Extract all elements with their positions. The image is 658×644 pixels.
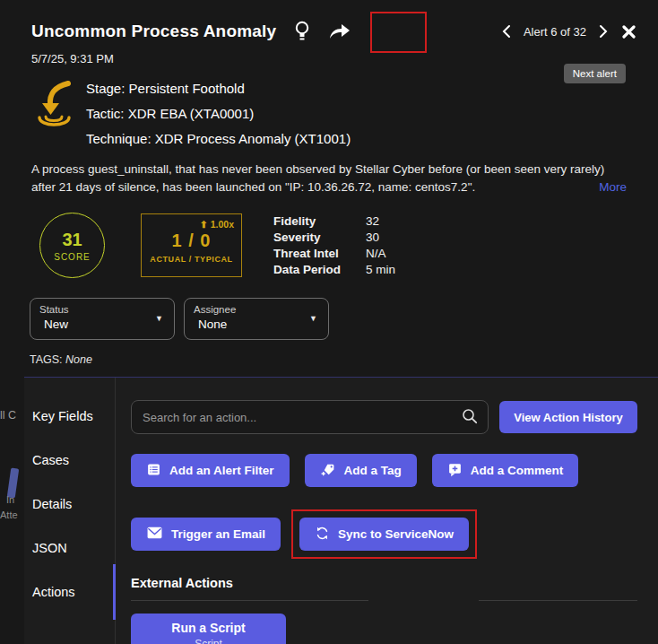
script-button-title: Run a Script — [171, 621, 245, 635]
stage-line: Stage: Persistent Foothold — [86, 76, 351, 101]
button-label: Sync to ServiceNow — [338, 527, 454, 541]
section-divider — [131, 600, 637, 601]
alert-detail-panel: Uncommon Process Anomaly Alert 6 of 32 — [0, 0, 658, 644]
page-title: Uncommon Process Anomaly — [31, 22, 276, 41]
tags-value: None — [65, 353, 92, 366]
tab-label: Cases — [32, 453, 69, 467]
stat-label: Fidelity — [273, 214, 341, 228]
stat-label: Data Period — [273, 263, 341, 276]
alert-filter-icon — [146, 462, 161, 480]
comment-plus-icon — [447, 462, 463, 480]
assignee-label: Assignee — [194, 304, 319, 315]
header: Uncommon Process Anomaly Alert 6 of 32 — [31, 20, 636, 43]
stat-value: N/A — [366, 247, 395, 260]
tab-cases[interactable]: Cases — [24, 438, 115, 482]
tab-actions[interactable]: Actions — [24, 570, 115, 614]
status-value: New — [44, 318, 165, 331]
stat-value: 32 — [366, 214, 395, 228]
add-alert-filter-button[interactable]: Add an Alert Filter — [131, 454, 290, 487]
button-label: Add a Tag — [344, 464, 402, 477]
tab-label: Actions — [32, 585, 75, 599]
external-actions-header: External Actions — [131, 576, 637, 590]
kill-chain-block: Stage: Persistent Foothold Tactic: XDR E… — [32, 76, 658, 152]
search-field-wrap — [131, 400, 489, 434]
assignee-value: None — [198, 318, 319, 331]
tags-row: TAGS: None — [30, 353, 658, 366]
chevron-right-icon[interactable] — [597, 22, 610, 40]
trigger-email-button[interactable]: Trigger an Email — [131, 518, 281, 551]
score-label: SCORE — [54, 252, 91, 262]
actual-typical-label: ACTUAL / TYPICAL — [150, 255, 232, 264]
tactic-line: Tactic: XDR EBA (XTA0001) — [86, 101, 351, 126]
alert-description-text: A process guest_uninstall, that has neve… — [31, 162, 604, 194]
tab-label: Key Fields — [32, 409, 93, 423]
button-label: Add an Alert Filter — [169, 464, 274, 477]
stat-value: 30 — [366, 231, 395, 244]
foothold-arrow-ripple-icon — [32, 80, 79, 130]
actual-typical-box: ⬆ 1.00x 1 / 0 ACTUAL / TYPICAL — [141, 213, 242, 277]
run-script-button[interactable]: Run a Script Script — [131, 614, 286, 644]
actual-typical-value: 1 / 0 — [172, 231, 212, 251]
tab-label: JSON — [32, 541, 67, 555]
script-button-subtitle: Script — [195, 638, 222, 644]
alert-description: A process guest_uninstall, that has neve… — [31, 161, 627, 196]
annotation-box-header — [370, 12, 427, 53]
alert-navigation: Alert 6 of 32 — [500, 22, 610, 40]
status-label: Status — [39, 304, 165, 315]
up-arrow-icon: ⬆ — [200, 219, 208, 230]
score-value: 31 — [62, 230, 82, 250]
background-fragment: In — [6, 494, 14, 505]
stat-value: 5 min — [366, 263, 395, 276]
multiplier-badge: ⬆ 1.00x — [200, 219, 234, 230]
chevron-down-icon: ▼ — [155, 314, 163, 323]
score-badge: 31 SCORE — [39, 213, 105, 278]
action-search-input[interactable] — [131, 400, 489, 434]
chevron-down-icon: ▼ — [309, 314, 317, 323]
background-fragment: ll C — [0, 409, 16, 422]
stat-label: Severity — [273, 231, 341, 244]
technique-line: Technique: XDR Process Anomaly (XT1001) — [86, 126, 351, 152]
tab-column: Key Fields Cases Details JSON Actions — [24, 378, 115, 644]
share-arrow-icon[interactable] — [328, 21, 351, 42]
stat-label: Threat Intel — [273, 247, 341, 260]
email-icon — [146, 526, 163, 543]
status-select[interactable]: Status New ▼ — [30, 298, 175, 340]
next-alert-tooltip: Next alert — [564, 64, 626, 83]
tab-key-fields[interactable]: Key Fields — [24, 394, 115, 438]
assignee-select[interactable]: Assignee None ▼ — [184, 298, 329, 340]
annotation-box-sync: Sync to ServiceNow — [291, 509, 477, 559]
tags-label: TAGS: — [30, 353, 63, 366]
lower-panel: Key Fields Cases Details JSON Actions — [24, 377, 658, 644]
metrics-row: 31 SCORE ⬆ 1.00x 1 / 0 ACTUAL / TYPICAL … — [39, 213, 658, 278]
selectors-row: Status New ▼ Assignee None ▼ — [30, 298, 658, 340]
multiplier-value: 1.00x — [211, 219, 234, 230]
lightbulb-icon[interactable] — [294, 20, 310, 43]
add-comment-button[interactable]: Add a Comment — [432, 454, 579, 487]
button-label: Add a Comment — [471, 464, 564, 477]
sync-icon — [315, 526, 330, 544]
stats-grid: Fidelity 32 Severity 30 Threat Intel N/A… — [273, 214, 395, 276]
background-fragment: Atte — [0, 509, 18, 520]
add-tag-button[interactable]: Add a Tag — [305, 454, 417, 487]
tab-label: Details — [32, 497, 72, 511]
close-icon[interactable] — [622, 25, 636, 39]
tab-json[interactable]: JSON — [24, 526, 115, 570]
tag-plus-icon — [320, 462, 336, 480]
search-icon — [462, 408, 478, 428]
tab-details[interactable]: Details — [24, 482, 115, 526]
more-link[interactable]: More — [599, 178, 627, 196]
chevron-left-icon[interactable] — [500, 22, 513, 40]
sync-servicenow-button[interactable]: Sync to ServiceNow — [299, 518, 469, 551]
alert-timestamp: 5/7/25, 9:31 PM — [31, 52, 658, 65]
actions-content: View Action History — [116, 378, 658, 644]
alert-counter: Alert 6 of 32 — [524, 25, 586, 39]
button-label: Trigger an Email — [171, 527, 265, 541]
view-action-history-button[interactable]: View Action History — [499, 401, 637, 433]
